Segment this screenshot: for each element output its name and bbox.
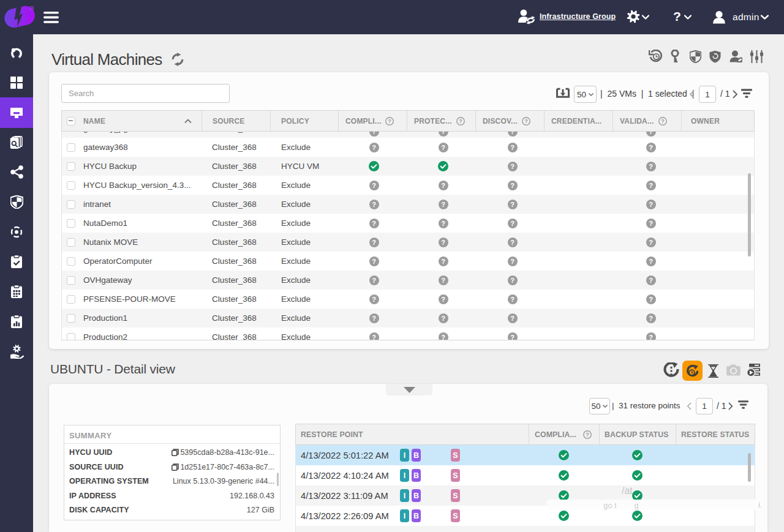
svg-text:?: ? [661,118,665,124]
svg-text:R: R [30,7,32,10]
svg-text:?: ? [459,118,462,124]
svg-text:?: ? [388,118,392,124]
svg-text:?: ? [586,432,589,438]
svg-text:?: ? [524,118,528,124]
